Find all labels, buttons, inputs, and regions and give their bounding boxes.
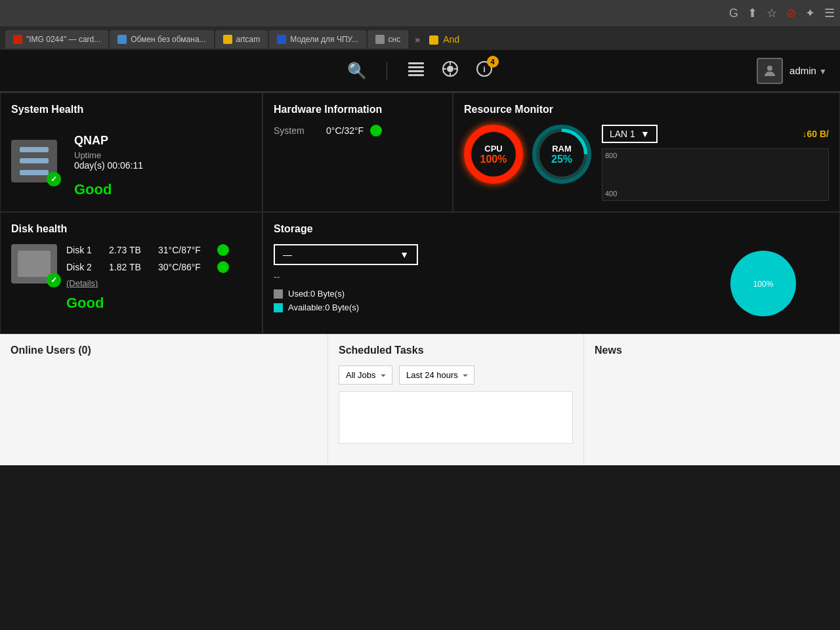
- storage-dropdown[interactable]: — ▼: [274, 244, 418, 265]
- tab-3-label: artcam: [236, 35, 261, 44]
- jobs-filter-select[interactable]: All Jobs: [339, 366, 392, 385]
- tab-2-label: Обмен без обмана...: [131, 35, 205, 44]
- download-speed: ↓60 B/: [803, 129, 829, 139]
- user-menu[interactable]: admin ▼: [789, 65, 827, 76]
- nas-health-badge: ✓: [47, 172, 61, 186]
- system-health-status: Good: [74, 181, 251, 198]
- notifications-icon[interactable]: i 4: [475, 60, 494, 82]
- legend-used: Used:0 Byte(s): [274, 289, 711, 299]
- online-users-title: Online Users (0): [10, 345, 317, 356]
- tab-3[interactable]: artcam: [215, 30, 268, 49]
- disk-rows: Disk 1 2.73 TB 31°C/87°F Disk 2 1.82 TB …: [66, 244, 251, 312]
- svg-text:i: i: [483, 64, 486, 74]
- scheduled-tasks-panel: Scheduled Tasks All Jobs Last 24 hours: [328, 334, 584, 465]
- ram-label: RAM: [552, 144, 572, 154]
- table-row: Disk 2 1.82 TB 30°C/86°F: [66, 261, 251, 273]
- ram-gauge-inner: RAM 25%: [539, 132, 584, 177]
- table-row: Disk 1 2.73 TB 31°C/87°F: [66, 244, 251, 256]
- hw-system-status-dot: [370, 125, 382, 136]
- search-icon: 🔍: [347, 62, 367, 80]
- gauges: CPU 100% RAM 25%: [464, 125, 591, 184]
- user-name: admin: [789, 65, 816, 76]
- app-header: 🔍: [0, 50, 840, 92]
- ram-gauge: RAM 25%: [532, 125, 591, 184]
- print-icon[interactable]: [441, 60, 459, 82]
- nas-slot-2: [20, 158, 48, 163]
- translate-icon[interactable]: G: [729, 7, 738, 20]
- svg-point-5: [447, 66, 453, 72]
- tab-1[interactable]: "IMG 0244" — card...: [5, 30, 108, 49]
- disk-health-panel: Disk health ✓ Disk 1 2.73 TB 31°C/87°F D…: [0, 212, 262, 334]
- disk-health-title: Disk health: [11, 223, 251, 235]
- storage-title: Storage: [274, 223, 829, 235]
- bookmark-label: And: [443, 34, 459, 45]
- hardware-system-row: System 0°C/32°F: [274, 125, 442, 136]
- nas-slot-1: [20, 147, 48, 152]
- legend-available: Available:0 Byte(s): [274, 303, 711, 312]
- block-icon[interactable]: ⊘: [786, 6, 796, 20]
- hw-system-label: System: [274, 125, 320, 136]
- news-panel: News: [584, 334, 840, 465]
- svg-text:100%: 100%: [753, 280, 774, 289]
- disk-health-content: ✓ Disk 1 2.73 TB 31°C/87°F Disk 2 1.82 T…: [11, 244, 251, 312]
- system-health-panel: System Health ✓ QNAP Uptime 0day(s) 00:0…: [0, 93, 262, 212]
- disk-1-name: Disk 1: [66, 245, 102, 255]
- scheduled-tasks-controls: All Jobs Last 24 hours: [339, 366, 573, 385]
- tab-1-favicon: [13, 35, 22, 44]
- cpu-gauge-inner: CPU 100%: [471, 132, 516, 177]
- storage-dropdown-value: —: [283, 249, 292, 260]
- more-tabs-button[interactable]: »: [410, 34, 425, 45]
- browser-chrome: G ⬆ ☆ ⊘ ✦ ☰ "IMG 0244" — card... Обмен б…: [0, 0, 840, 50]
- tab-3-favicon: [223, 35, 232, 44]
- disk-1-size: 2.73 TB: [109, 245, 152, 255]
- disk-1-temp: 31°C/87°F: [158, 245, 211, 255]
- used-color-dot: [274, 289, 283, 299]
- menu-icon[interactable]: ☰: [824, 6, 835, 20]
- tasks-icon[interactable]: [407, 60, 425, 82]
- lan-selected: LAN 1: [610, 129, 635, 139]
- tab-4[interactable]: Модели для ЧПУ...: [269, 30, 366, 49]
- cpu-gauge-container: CPU 100%: [464, 125, 523, 184]
- tab-5[interactable]: снс: [368, 30, 409, 49]
- extension-icon[interactable]: ✦: [805, 6, 815, 20]
- browser-toolbar: G ⬆ ☆ ⊘ ✦ ☰: [0, 0, 840, 26]
- storage-dashes: --: [274, 272, 711, 282]
- online-users-panel: Online Users (0): [0, 334, 328, 465]
- storage-donut-chart: 100%: [727, 247, 799, 320]
- svg-point-12: [767, 66, 772, 71]
- user-avatar: [757, 58, 783, 84]
- tab-4-label: Модели для ЧПУ...: [290, 35, 358, 44]
- nas-slot-3: [20, 170, 48, 175]
- system-health-info: QNAP Uptime 0day(s) 00:06:11 Good: [74, 134, 251, 198]
- disk-details-link[interactable]: (Details): [66, 278, 251, 288]
- storage-left: — ▼ -- Used:0 Byte(s) Available:0 Byte(s…: [274, 244, 711, 312]
- time-filter-select[interactable]: Last 24 hours: [399, 366, 474, 385]
- used-label: Used:0 Byte(s): [288, 289, 345, 299]
- header-center: 🔍: [347, 60, 494, 82]
- star-icon[interactable]: ☆: [766, 6, 777, 20]
- bookmark-tab[interactable]: And: [427, 34, 462, 45]
- lan-dropdown[interactable]: LAN 1 ▼: [602, 125, 658, 143]
- storage-chart: 100%: [724, 244, 803, 323]
- disk-1-status-dot: [217, 244, 229, 256]
- storage-legend: Used:0 Byte(s) Available:0 Byte(s): [274, 289, 711, 312]
- news-title: News: [595, 345, 830, 356]
- scheduled-tasks-title: Scheduled Tasks: [339, 345, 573, 356]
- share-icon[interactable]: ⬆: [747, 6, 757, 20]
- tab-2[interactable]: Обмен без обмана...: [110, 30, 213, 49]
- ram-gauge-container: RAM 25%: [532, 125, 591, 184]
- disk-2-size: 1.82 TB: [109, 262, 152, 272]
- search-button[interactable]: 🔍: [347, 62, 387, 80]
- available-label: Available:0 Byte(s): [288, 303, 359, 312]
- network-chart: 800 400: [602, 148, 829, 201]
- tab-2-favicon: [117, 35, 127, 44]
- hardware-info-title: Hardware Information: [274, 104, 442, 116]
- tab-5-favicon: [375, 35, 385, 44]
- header-right: admin ▼: [757, 58, 827, 84]
- nas-device-icon: ✓: [11, 140, 64, 192]
- storage-panel: Storage — ▼ -- Used:0 Byte(s): [262, 212, 840, 334]
- uptime-label: Uptime: [74, 150, 251, 160]
- tab-1-label: "IMG 0244" — card...: [26, 35, 100, 44]
- chart-label-400: 400: [605, 190, 617, 198]
- tab-5-label: снс: [388, 35, 401, 44]
